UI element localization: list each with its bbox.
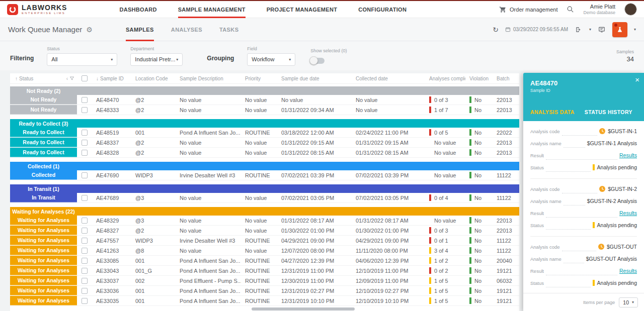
table-row[interactable]: Waiting for Analyses AE33085 001 Pond A … <box>10 256 519 266</box>
column-header-violation[interactable]: Violation <box>465 76 493 81</box>
results-link[interactable]: Results <box>619 152 637 158</box>
actions-button[interactable] <box>612 22 627 37</box>
column-header-sample-description[interactable]: Sample Description <box>176 76 241 81</box>
row-checkbox[interactable] <box>77 236 92 245</box>
row-batch: 11122 <box>493 170 519 180</box>
group-header[interactable]: Collected (1) <box>10 162 519 170</box>
collapse-column-icon[interactable]: ‹ <box>66 76 68 81</box>
column-header-collected-date[interactable]: Collected date <box>352 76 425 81</box>
column-header-location-code[interactable]: Location Code <box>131 76 176 81</box>
row-analyses: 0 of 1 <box>425 236 465 245</box>
group-header[interactable]: Not Ready (2) <box>10 86 519 95</box>
filter-funnel-icon[interactable] <box>69 76 74 81</box>
row-checkbox[interactable] <box>77 246 92 255</box>
row-batch: 19121 <box>493 286 519 295</box>
row-description: Irvine Desalter Well #3 <box>176 170 241 180</box>
row-checkbox[interactable] <box>77 216 92 225</box>
table-row[interactable]: Collected AE47690 WIDP3 Irvine Desalter … <box>10 170 519 180</box>
row-batch: 11122 <box>493 246 519 255</box>
sort-desc-icon: ↓ <box>96 76 99 81</box>
export-icon[interactable] <box>575 26 583 33</box>
horizontal-scrollbar-thumb[interactable] <box>252 307 355 310</box>
topnav-item[interactable]: CONFIGURATION <box>358 1 407 18</box>
toolbar-tab[interactable]: ANALYSES <box>171 18 202 41</box>
table-row[interactable]: Not Ready AE48470 @2 No value No value N… <box>10 95 519 105</box>
field-grouping-select[interactable]: Workflow▾ <box>247 53 295 66</box>
row-checkbox[interactable] <box>77 193 92 202</box>
order-management-label: Order management <box>510 7 557 13</box>
column-header-analyses-completed[interactable]: Analyses complet... <box>425 76 465 81</box>
row-checkbox[interactable] <box>77 170 92 180</box>
table-row[interactable]: Waiting for Analyses AE33035 001 Pond A … <box>10 296 519 306</box>
table-row[interactable]: Waiting for Analyses AE33043 001_G Pond … <box>10 266 519 276</box>
column-header-sample-due-date[interactable]: Sample due date <box>277 76 352 81</box>
row-sample-id: AE33085 <box>92 256 131 265</box>
toolbar-tab[interactable]: TASKS <box>219 18 238 41</box>
group-header[interactable]: Ready to Collect (3) <box>10 119 519 128</box>
order-management-button[interactable]: Order management <box>499 6 557 13</box>
row-due-date: No value <box>277 95 352 105</box>
close-icon[interactable]: × <box>635 76 639 83</box>
table-row[interactable]: Not Ready AE48333 @2 No value No value 0… <box>10 105 519 115</box>
row-due-date: 12/31/2019 11:00 PM <box>277 266 352 275</box>
search-icon[interactable] <box>567 6 574 13</box>
row-checkbox[interactable] <box>77 148 92 157</box>
show-selected-toggle[interactable] <box>310 58 325 64</box>
gear-icon[interactable]: ⚙ <box>86 26 93 34</box>
actions-caret-icon[interactable]: ▾ <box>634 27 636 32</box>
row-checkbox[interactable] <box>77 128 92 137</box>
topnav-item[interactable]: PROJECT MANAGEMENT <box>267 1 337 18</box>
export-caret-icon[interactable]: ▾ <box>589 27 591 32</box>
panel-tab[interactable]: STATUS HISTORY <box>585 109 632 115</box>
row-checkbox[interactable] <box>77 276 92 285</box>
column-header-status[interactable]: ↑ Status ‹ <box>10 76 77 81</box>
table-row[interactable]: Waiting for Analyses AE48329 @3 No value… <box>10 216 519 226</box>
table-row[interactable]: Waiting for Analyses AE33036 001 Pond A … <box>10 286 519 296</box>
column-header-batch[interactable]: Batch <box>493 76 519 81</box>
pending-clock-icon <box>598 244 604 250</box>
table-row[interactable]: Waiting for Analyses AE48327 @2 No value… <box>10 226 519 236</box>
panel-tab[interactable]: ANALYSIS DATA <box>530 109 575 115</box>
group-header[interactable]: In Transit (1) <box>10 184 519 193</box>
display-icon[interactable] <box>598 26 606 33</box>
column-header-sample-id[interactable]: ↓ Sample ID <box>92 76 131 81</box>
brand-logo[interactable]: LABWORKS ENTERPRISE LIMS <box>7 4 67 15</box>
topnav-item[interactable]: DASHBOARD <box>119 1 156 18</box>
results-link[interactable]: Results <box>619 268 637 274</box>
row-checkbox[interactable] <box>77 256 92 265</box>
row-checkbox[interactable] <box>77 95 92 105</box>
row-status-badge: Waiting for Analyses <box>10 256 77 265</box>
table-row[interactable]: Waiting for Analyses AE33037 002 Pond Ef… <box>10 276 519 286</box>
row-description: Pond A Influent San Jo... <box>176 266 241 275</box>
table-row[interactable]: Ready to Collect AE48337 @2 No value No … <box>10 138 519 148</box>
topnav-item[interactable]: SAMPLE MANAGEMENT <box>178 1 246 18</box>
row-checkbox[interactable] <box>77 296 92 305</box>
table-row[interactable]: Ready to Collect AE48519 001 Pond A Infl… <box>10 128 519 138</box>
table-row[interactable]: In Transit AE47689 @3 No value No value … <box>10 193 519 203</box>
row-sample-id: AE33036 <box>92 286 131 295</box>
items-per-page-select[interactable]: 10 ▾ <box>619 297 638 307</box>
row-analyses: 0 of 5 <box>425 128 465 137</box>
row-checkbox[interactable] <box>77 266 92 275</box>
row-checkbox[interactable] <box>77 105 92 115</box>
row-checkbox[interactable] <box>77 286 92 295</box>
status-group: Waiting for Analyses (22) Waiting for An… <box>10 207 519 306</box>
results-link[interactable]: Results <box>619 210 637 216</box>
status-filter-select[interactable]: All▾ <box>47 53 117 66</box>
avatar[interactable] <box>624 3 637 16</box>
department-filter-select[interactable]: Industrial Pretr...▾ <box>130 53 183 66</box>
table-row[interactable]: Ready to Collect AE48328 @2 No value No … <box>10 148 519 158</box>
row-checkbox[interactable] <box>77 226 92 235</box>
user-info[interactable]: Amie Platt Demo database <box>583 4 615 16</box>
toolbar-tab[interactable]: SAMPLES <box>126 18 154 41</box>
refresh-icon[interactable]: ↻ <box>493 26 499 34</box>
pending-status-bar <box>593 164 595 170</box>
table-row[interactable]: Waiting for Analyses AE41263 @8 No value… <box>10 246 519 256</box>
group-header[interactable]: Waiting for Analyses (22) <box>10 207 519 216</box>
row-checkbox[interactable] <box>77 138 92 147</box>
analyses-progress-bar <box>429 277 431 284</box>
row-due-date: 12/07/2020 08:00 PM <box>277 246 352 255</box>
column-header-priority[interactable]: Priority <box>241 76 277 81</box>
table-row[interactable]: Waiting for Analyses AE47557 WIDP3 Irvin… <box>10 236 519 246</box>
select-all-checkbox[interactable] <box>77 75 92 81</box>
